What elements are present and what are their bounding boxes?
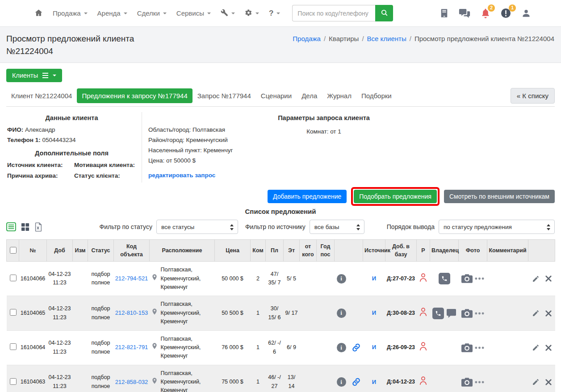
object-code-link[interactable]: 212-858-032	[115, 379, 148, 385]
area-values: 30/ 15/ 6	[266, 296, 284, 330]
list-view-icon[interactable]	[6, 222, 16, 231]
alerts-icon[interactable]: 1	[501, 8, 511, 18]
grid-view-icon[interactable]	[21, 223, 29, 231]
map-pin-icon[interactable]	[151, 308, 158, 318]
row-checkbox[interactable]	[10, 309, 17, 316]
tab-offers-to-request[interactable]: Предложения к запросу №177944	[77, 88, 192, 103]
row-checkbox[interactable]	[10, 378, 17, 385]
select-all-header	[7, 240, 19, 262]
nav-item-help[interactable]: ?	[264, 9, 285, 18]
more-dots-icon[interactable]	[475, 381, 484, 384]
delete-x-icon[interactable]	[545, 379, 552, 385]
info-icon[interactable]: i	[337, 274, 346, 284]
added-to-base-date: Д:04-12-23	[387, 379, 415, 385]
object-code-link[interactable]: 212-821-791	[115, 344, 148, 350]
realtor-icon[interactable]	[419, 376, 427, 385]
external-sources-button[interactable]: Смотреть по внешним источникам	[444, 190, 555, 203]
tab-scenarios[interactable]: Сценарии	[256, 88, 297, 103]
camera-icon[interactable]	[461, 343, 473, 352]
object-code-link[interactable]: 212-794-521	[115, 275, 148, 282]
location-lines: Полтавская,Кременчугский,Кременчуг	[161, 369, 201, 392]
nav-item-settings[interactable]	[240, 9, 264, 18]
row-checkbox[interactable]	[10, 275, 17, 281]
user-profile-icon[interactable]	[522, 8, 531, 18]
row-checkbox[interactable]	[10, 343, 17, 350]
tab-selections[interactable]: Подборки	[356, 88, 397, 103]
map-pin-icon[interactable]	[151, 342, 158, 353]
camera-icon[interactable]	[461, 309, 473, 318]
add-offer-button[interactable]: Добавить предложение	[268, 190, 347, 203]
clients-menu-button[interactable]: Клиенты	[6, 69, 62, 82]
source-filter-select[interactable]: все базы	[310, 220, 364, 234]
tab-request[interactable]: Запрос №177944	[193, 88, 256, 103]
delete-x-icon[interactable]	[545, 345, 552, 351]
search-button[interactable]	[375, 5, 393, 21]
tab-client[interactable]: Клиент №21224004	[6, 88, 77, 103]
offer-status: подборполное	[88, 365, 114, 392]
comment-cell	[487, 365, 528, 392]
source-value[interactable]: И	[372, 275, 376, 282]
object-code-link[interactable]: 212-810-153	[115, 309, 148, 316]
select-all-checkbox[interactable]	[10, 247, 17, 254]
phone-icon[interactable]	[439, 273, 450, 284]
docs-icon[interactable]	[440, 8, 448, 18]
request-price: Цена: от 50000 $	[148, 157, 499, 164]
edit-pencil-icon[interactable]	[532, 344, 540, 351]
client-fio: ФИО: Александр	[7, 126, 136, 133]
edit-pencil-icon[interactable]	[532, 275, 540, 283]
order-filter-select[interactable]: по статусу предложения	[439, 220, 555, 234]
nav-item-tools[interactable]	[216, 9, 240, 18]
nav-item-rent[interactable]: Аренда	[92, 9, 132, 17]
photo-cell	[460, 274, 486, 283]
source-value[interactable]: И	[372, 309, 376, 316]
edit-pencil-icon[interactable]	[532, 309, 540, 317]
nav-item-sales[interactable]: Продажа	[48, 9, 92, 17]
realtor-icon[interactable]	[419, 307, 427, 317]
more-dots-icon[interactable]	[475, 346, 484, 349]
row-actions	[530, 309, 554, 317]
source-value[interactable]: И	[372, 344, 376, 350]
back-to-list-button[interactable]: « К списку	[511, 88, 555, 104]
info-icon[interactable]: i	[337, 309, 346, 318]
breadcrumb-sales[interactable]: Продажа	[293, 35, 321, 42]
offer-price: 50 000 $	[215, 262, 251, 296]
camera-icon[interactable]	[461, 378, 473, 387]
alerts-badge: 1	[509, 4, 516, 12]
camera-icon[interactable]	[461, 274, 473, 283]
tab-journal[interactable]: Журнал	[322, 88, 356, 103]
more-dots-icon[interactable]	[475, 312, 484, 315]
nav-item-services[interactable]: Сервисы	[172, 9, 216, 17]
link-icon[interactable]	[352, 377, 361, 387]
request-rooms: Комнат: от 1	[142, 128, 506, 135]
realtor-icon[interactable]	[419, 273, 427, 282]
delete-x-icon[interactable]	[545, 310, 552, 317]
realtor-icon[interactable]	[419, 342, 427, 351]
bell-icon[interactable]: 2	[481, 8, 490, 18]
phone-icon[interactable]	[432, 308, 444, 319]
pick-offers-button[interactable]: Подобрать предложения	[354, 190, 437, 203]
added-date: 04-12-2311:23	[47, 330, 73, 365]
breadcrumb-all-clients[interactable]: Все клиенты	[367, 35, 406, 42]
edit-pencil-icon[interactable]	[532, 378, 540, 386]
excel-export-icon[interactable]	[34, 222, 42, 232]
search-input[interactable]	[292, 5, 375, 21]
map-pin-icon[interactable]	[151, 273, 158, 284]
chat-bubble-icon[interactable]	[446, 309, 456, 318]
info-icon[interactable]: i	[337, 343, 346, 352]
tab-tasks[interactable]: Дела	[297, 88, 322, 103]
chat-messages-icon[interactable]	[459, 8, 470, 18]
added-to-base-date: Д:30-08-23	[387, 310, 415, 316]
offer-row: 16104063 04-12-2311:23 подборполное 212-…	[7, 365, 555, 392]
status-filter-select[interactable]: все статусы	[156, 220, 238, 234]
client-phone: Телефон 1: 0504443234	[7, 137, 136, 143]
map-pin-icon[interactable]	[151, 377, 158, 388]
source-value[interactable]: И	[372, 379, 376, 385]
row-actions	[530, 378, 554, 386]
edit-request-link[interactable]: редактировать запрос	[148, 172, 215, 179]
link-icon[interactable]	[352, 343, 361, 352]
nav-item-deals[interactable]: Сделки	[132, 9, 172, 17]
info-icon[interactable]: i	[337, 377, 346, 387]
home-button[interactable]	[29, 8, 48, 18]
delete-x-icon[interactable]	[545, 275, 552, 282]
more-dots-icon[interactable]	[475, 277, 484, 280]
